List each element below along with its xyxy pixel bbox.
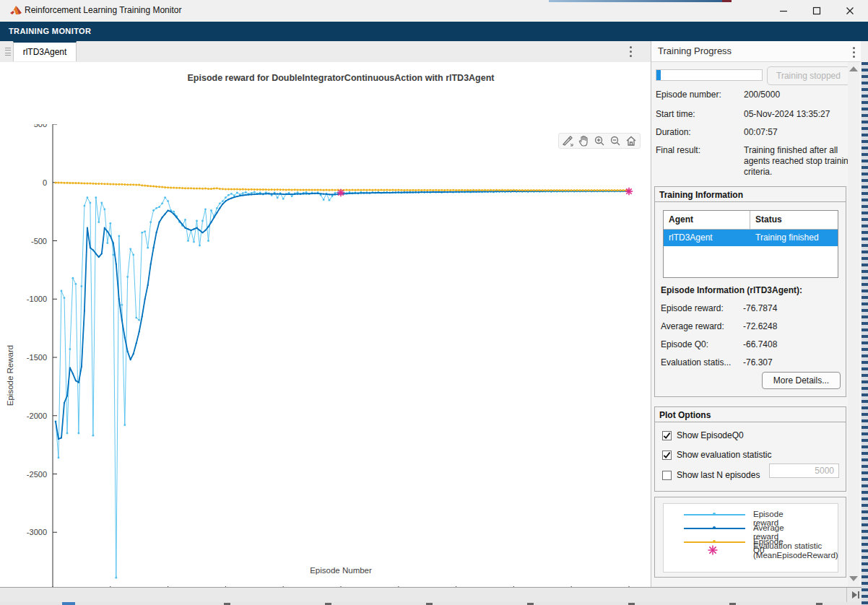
checkbox-icon[interactable] (662, 431, 672, 440)
training-progress-title: Training Progress (658, 45, 732, 56)
field-label: Episode number: (656, 90, 721, 100)
toolstrip: TRAINING MONITOR (0, 22, 868, 41)
chart-title: Episode reward for DoubleIntegratorConti… (53, 73, 629, 83)
training-information-section: Training Information Agent Status rlTD3A… (654, 186, 846, 397)
checkbox-label: Show last N episodes (677, 470, 760, 480)
scroll-down-icon[interactable] (849, 576, 858, 581)
legend-asterisk-icon (707, 544, 719, 556)
checkbox-show-evaluation-statistic[interactable]: Show evaluation statistic (662, 449, 771, 461)
training-progress-bar (656, 69, 763, 81)
plot-options-section: Plot Options Show EpisodeQ0 Show evaluat… (654, 406, 846, 492)
stat-value: -66.7408 (743, 339, 777, 349)
cutoff-blue-chip (62, 602, 75, 605)
field-value: 200/5000 (744, 90, 854, 100)
svg-text:-2500: -2500 (27, 470, 47, 479)
svg-text:-3000: -3000 (27, 528, 47, 536)
checkbox-show-episodeq0[interactable]: Show EpisodeQ0 (662, 430, 744, 441)
checkbox-icon[interactable] (662, 451, 672, 460)
tab-options-menu-icon[interactable] (630, 46, 632, 57)
field-value: 05-Nov-2024 13:35:27 (744, 109, 854, 120)
panel-options-menu-icon[interactable] (853, 47, 855, 58)
table-header-row: Agent Status (664, 211, 838, 230)
field-value: 00:07:57 (744, 127, 854, 138)
legend-section: Episode reward Average reward Episode Q0… (654, 497, 846, 578)
training-stopped-button[interactable]: Training stopped (767, 66, 850, 85)
column-agent: Agent (664, 211, 750, 229)
svg-text:-2000: -2000 (27, 412, 47, 420)
checkbox-show-last-n-episodes[interactable]: Show last N episodes (662, 469, 760, 481)
more-details-button[interactable]: More Details... (762, 372, 841, 389)
legend-marker-dot (713, 513, 716, 515)
stat-label: Episode reward: (661, 303, 724, 313)
bottom-scroll-strip[interactable] (0, 587, 868, 602)
dock-grip-icon[interactable] (4, 46, 12, 57)
training-progress-header: Training Progress (651, 41, 861, 62)
background-window-sliver-top (549, 0, 722, 2)
scroll-up-icon[interactable] (849, 66, 858, 71)
skip-to-end-icon[interactable] (851, 590, 861, 600)
training-progress-panel: Training stopped Episode number: 200/500… (651, 62, 861, 587)
minimize-button[interactable] (767, 0, 800, 22)
background-window-sliver-top-red (722, 0, 732, 2)
column-status: Status (750, 211, 838, 229)
svg-text:-500: -500 (31, 237, 47, 245)
stat-label: Episode Q0: (661, 339, 708, 349)
cell-agent: rlTD3Agent (664, 230, 750, 246)
checkbox-label: Show evaluation statistic (677, 450, 771, 460)
panel-vertical-scrollbar[interactable] (848, 62, 859, 587)
plot-options-title: Plot Options (655, 407, 846, 422)
field-label: Final result: (656, 145, 700, 155)
matlab-logo-icon (9, 4, 22, 17)
legend-marker-dot (713, 526, 716, 529)
agent-status-table[interactable]: Agent Status rlTD3Agent Training finishe… (663, 210, 838, 278)
stat-value: -72.6248 (743, 321, 777, 331)
stat-value: -76.307 (743, 357, 773, 367)
svg-text:0: 0 (43, 178, 47, 187)
field-label: Duration: (656, 127, 691, 137)
legend-item-evaluation-statistic[interactable]: Evaluation statistic (MeanEpisodeReward) (753, 541, 838, 560)
tab-rltd3agent[interactable]: rlTD3Agent (13, 41, 77, 61)
figure-area: Episode reward for DoubleIntegratorConti… (0, 62, 651, 587)
legend-label: Evaluation statistic (753, 541, 838, 551)
svg-text:500: 500 (34, 124, 47, 129)
stat-value: -76.7874 (743, 303, 777, 313)
svg-text:-1500: -1500 (27, 353, 47, 362)
title-bar: Reinforcement Learning Training Monitor (0, 0, 868, 22)
window-title: Reinforcement Learning Training Monitor (25, 5, 181, 15)
maximize-button[interactable] (800, 0, 833, 22)
legend-label-line2: (MeanEpisodeReward) (753, 551, 838, 560)
y-axis-label: Episode Reward (6, 325, 14, 426)
close-button[interactable] (833, 0, 867, 22)
tab-label: rlTD3Agent (23, 47, 67, 57)
training-information-title: Training Information (655, 187, 846, 202)
checkbox-icon[interactable] (662, 471, 672, 480)
n-episodes-input[interactable] (769, 463, 839, 478)
table-row[interactable]: rlTD3Agent Training finished (664, 230, 838, 246)
background-window-sliver-right (862, 62, 868, 605)
field-value: Training finished after all agents reach… (744, 145, 854, 178)
toolstrip-tab-training-monitor[interactable]: TRAINING MONITOR (9, 27, 91, 35)
bottom-strip-divider (846, 588, 847, 603)
document-tab-bar: rlTD3Agent (0, 41, 651, 63)
reward-plot[interactable]: 5000-500-1000-1500-2000-2500-3000-350002… (0, 124, 651, 587)
legend-box: Episode reward Average reward Episode Q0… (663, 503, 838, 573)
episode-information-title: Episode Information (rlTD3Agent): (661, 285, 802, 295)
x-axis-label: Episode Number (269, 566, 413, 575)
stat-label: Average reward: (661, 321, 724, 331)
checkbox-label: Show EpisodeQ0 (677, 430, 744, 440)
legend-marker-dot (713, 540, 716, 543)
cell-status: Training finished (750, 230, 838, 246)
stat-label: Evaluation statis... (661, 357, 731, 367)
training-progress-fill (656, 70, 661, 80)
svg-text:-1000: -1000 (27, 295, 47, 303)
cutoff-window-sliver-bottom (0, 602, 868, 605)
field-label: Start time: (656, 109, 695, 119)
